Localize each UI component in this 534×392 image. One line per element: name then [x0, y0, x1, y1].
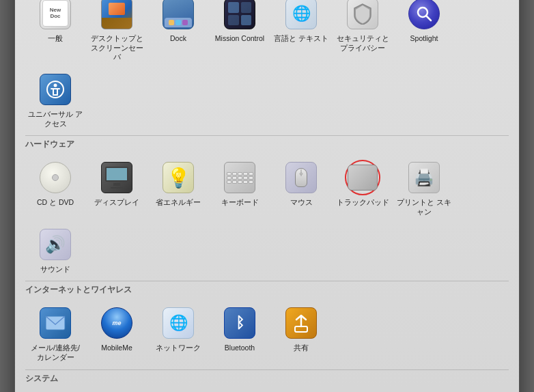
- section-title-system: システム: [25, 373, 509, 384]
- svg-point-3: [54, 84, 57, 87]
- pref-label-energy: 省エネルギー: [156, 198, 201, 208]
- pref-icon-security: [345, 0, 380, 31]
- pref-item-dock[interactable]: Dock: [148, 0, 208, 66]
- pref-item-cddvd[interactable]: CD と DVD: [25, 156, 85, 221]
- pref-label-cddvd: CD と DVD: [37, 198, 74, 208]
- pref-item-bluetooth[interactable]: ᛒBluetooth: [210, 301, 270, 366]
- pref-icon-bluetooth: ᛒ: [222, 305, 257, 341]
- pref-item-desktop[interactable]: デスクトップと スクリーンセーバ: [87, 0, 147, 66]
- pref-label-mail: メール/連絡先/ カレンダー: [28, 344, 83, 362]
- pref-item-keyboard[interactable]: キーボード: [210, 156, 270, 221]
- pref-item-users[interactable]: ユーザと グループ: [25, 390, 85, 392]
- section-title-internet: インターネットとワイヤレス: [25, 284, 509, 296]
- pref-label-general: 一般: [48, 34, 63, 44]
- pref-item-energy[interactable]: 💡省エネルギー: [148, 156, 208, 221]
- pref-label-spotlight: Spotlight: [410, 34, 438, 44]
- pref-label-network: ネットワーク: [156, 344, 201, 353]
- section-personal: パーソナル NewDoc 一般 デスクトップと スクリーンセーバ Dock Mi…: [25, 0, 509, 136]
- pref-icon-dock: [160, 0, 196, 31]
- pref-item-language[interactable]: 🌐言語と テキスト: [271, 0, 331, 66]
- pref-label-mouse: マウス: [290, 198, 313, 208]
- pref-icon-mobileme: me: [99, 305, 135, 341]
- pref-item-trackpad[interactable]: トラックパッド: [333, 156, 393, 221]
- pref-icon-mission: [222, 0, 257, 31]
- pref-label-sound: サウンド: [40, 265, 70, 275]
- pref-item-mobileme[interactable]: me MobileMe: [87, 301, 147, 366]
- section-hardware: ハードウェア CD と DVD ディスプレイ💡省エネルギー キーボード マウスト…: [25, 139, 509, 281]
- pref-label-security: セキュリティと プライバシー: [335, 34, 390, 53]
- pref-label-printer: プリントと スキャン: [397, 198, 451, 216]
- pref-item-universal[interactable]: ユニバーサル アクセス: [25, 68, 85, 132]
- pref-label-display: ディスプレイ: [94, 198, 139, 208]
- pref-icon-language: 🌐: [283, 0, 319, 31]
- pref-item-printer[interactable]: 🖨️プリントと スキャン: [394, 156, 454, 221]
- pref-icon-sound: 🔊: [38, 227, 73, 262]
- pref-item-timemachine[interactable]: Time Machine: [333, 390, 393, 392]
- pref-label-universal: ユニバーサル アクセス: [28, 110, 83, 128]
- svg-line-1: [426, 16, 431, 20]
- pref-item-sound[interactable]: 🔊サウンド: [25, 223, 85, 279]
- pref-icon-network: 🌐: [160, 305, 196, 341]
- pref-icon-universal: [38, 72, 73, 107]
- pref-icon-spotlight: [406, 0, 442, 31]
- section-internet: インターネットとワイヤレス メール/連絡先/ カレンダー me MobileMe…: [25, 284, 509, 369]
- pref-item-parental[interactable]: 👨‍👧ペアレンタル コントロール: [87, 390, 147, 392]
- pref-label-sharing: 共有: [294, 344, 309, 353]
- pref-icon-mail: [38, 305, 73, 341]
- pref-icon-mouse: [283, 160, 319, 195]
- pref-label-trackpad: トラックパッド: [337, 198, 389, 208]
- pref-icon-cddvd: [38, 160, 73, 195]
- pref-item-network[interactable]: 🌐ネットワーク: [148, 301, 208, 366]
- pref-icon-keyboard: [222, 160, 257, 195]
- pref-icon-energy: 💡: [160, 160, 196, 195]
- pref-item-spotlight[interactable]: Spotlight: [394, 0, 454, 66]
- section-grid-personal: NewDoc 一般 デスクトップと スクリーンセーバ Dock Mission …: [25, 0, 509, 132]
- pref-item-speech[interactable]: 🎤スピーチ: [271, 390, 331, 392]
- pref-item-software[interactable]: ↻ソフトウェア アップデート: [210, 390, 270, 392]
- pref-label-language: 言語と テキスト: [274, 34, 328, 44]
- pref-item-mission[interactable]: Mission Control: [210, 0, 270, 66]
- section-grid-internet: メール/連絡先/ カレンダー me MobileMe🌐ネットワークᛒBlueto…: [25, 301, 509, 366]
- section-title-hardware: ハードウェア: [25, 139, 509, 150]
- section-system: システム ユーザと グループ👨‍👧ペアレンタル コントロール 18 日付と時刻↻…: [25, 373, 509, 392]
- pref-icon-display: [99, 160, 135, 195]
- pref-label-desktop: デスクトップと スクリーンセーバ: [89, 34, 144, 62]
- pref-icon-sharing: [283, 305, 319, 341]
- pref-icon-general: NewDoc: [38, 0, 73, 31]
- pref-icon-trackpad: [345, 160, 380, 195]
- section-grid-system: ユーザと グループ👨‍👧ペアレンタル コントロール 18 日付と時刻↻ソフトウェ…: [25, 390, 509, 392]
- pref-icon-printer: 🖨️: [406, 160, 442, 195]
- pref-label-keyboard: キーボード: [221, 198, 259, 208]
- pref-item-datetime[interactable]: 18 日付と時刻: [148, 390, 208, 392]
- pref-label-mobileme: MobileMe: [101, 344, 132, 353]
- pref-label-bluetooth: Bluetooth: [225, 344, 255, 353]
- pref-item-general[interactable]: NewDoc 一般: [25, 0, 85, 66]
- pref-icon-desktop: [99, 0, 135, 31]
- pref-item-security[interactable]: セキュリティと プライバシー: [333, 0, 393, 66]
- pref-item-startup[interactable]: 💾起動ディスク: [394, 390, 454, 392]
- system-preferences-window: システム環境設定 ◀ ▶ すべてを表示 🔍 パーソナル NewDoc 一般 デス…: [14, 0, 520, 392]
- pref-item-mail[interactable]: メール/連絡先/ カレンダー: [25, 301, 85, 366]
- pref-label-dock: Dock: [170, 34, 186, 44]
- section-grid-hardware: CD と DVD ディスプレイ💡省エネルギー キーボード マウストラックパッド🖨…: [25, 156, 509, 278]
- pref-item-mouse[interactable]: マウス: [271, 156, 331, 221]
- pref-label-mission: Mission Control: [215, 34, 264, 44]
- pref-item-display[interactable]: ディスプレイ: [87, 156, 147, 221]
- pref-item-sharing[interactable]: 共有: [271, 301, 331, 366]
- preferences-content: パーソナル NewDoc 一般 デスクトップと スクリーンセーバ Dock Mi…: [15, 0, 519, 392]
